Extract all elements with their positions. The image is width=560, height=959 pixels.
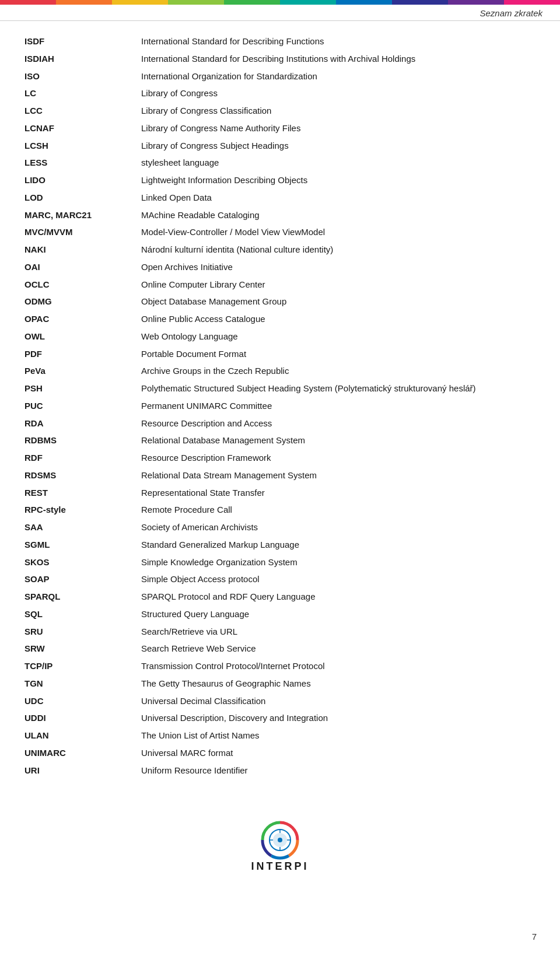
acronym-full-text: Standard Generalized Markup Language bbox=[140, 536, 537, 554]
acronym-abbreviation: SPARQL bbox=[23, 588, 140, 606]
footer: INTERPI bbox=[0, 820, 560, 884]
acronym-full-text: Model-View-Controller / Model View ViewM… bbox=[140, 223, 537, 241]
interpi-logo bbox=[260, 820, 300, 860]
acronym-abbreviation: RDBMS bbox=[23, 432, 140, 449]
table-row: LCLibrary of Congress bbox=[23, 85, 537, 102]
acronym-abbreviation: MVC/MVVM bbox=[23, 223, 140, 241]
acronym-abbreviation: SRU bbox=[23, 623, 140, 640]
table-row: URIUniform Resource Identifier bbox=[23, 762, 537, 779]
acronym-abbreviation: SQL bbox=[23, 606, 140, 623]
acronym-abbreviation: URI bbox=[23, 762, 140, 779]
table-row: LCCLibrary of Congress Classification bbox=[23, 102, 537, 120]
table-row: PSHPolythematic Structured Subject Headi… bbox=[23, 380, 537, 397]
acronym-abbreviation: MARC, MARC21 bbox=[23, 206, 140, 224]
acronym-abbreviation: RDF bbox=[23, 449, 140, 467]
acronym-abbreviation: UDDI bbox=[23, 709, 140, 727]
acronym-abbreviation: ISDIAH bbox=[23, 50, 140, 68]
acronym-full-text: Society of American Archivists bbox=[140, 519, 537, 536]
table-row: SGMLStandard Generalized Markup Language bbox=[23, 536, 537, 554]
color-bar-segment bbox=[224, 0, 280, 5]
table-row: LODLinked Open Data bbox=[23, 189, 537, 206]
table-row: PDFPortable Document Format bbox=[23, 345, 537, 363]
color-bar-segment bbox=[0, 0, 56, 5]
table-row: NAKINárodní kulturní identita (National … bbox=[23, 241, 537, 258]
table-row: SAASociety of American Archivists bbox=[23, 519, 537, 536]
acronym-abbreviation: LCC bbox=[23, 102, 140, 120]
acronym-abbreviation: ISDF bbox=[23, 33, 140, 50]
acronym-full-text: International Standard for Describing Fu… bbox=[140, 33, 537, 50]
acronym-full-text: Portable Document Format bbox=[140, 345, 537, 363]
acronym-abbreviation: OPAC bbox=[23, 310, 140, 328]
acronym-abbreviation: UNIMARC bbox=[23, 744, 140, 762]
table-row: UDDIUniversal Description, Discovery and… bbox=[23, 709, 537, 727]
acronym-abbreviation: TCP/IP bbox=[23, 657, 140, 675]
acronym-abbreviation: LC bbox=[23, 85, 140, 102]
acronym-full-text: International Organization for Standardi… bbox=[140, 68, 537, 85]
main-content: ISDFInternational Standard for Describin… bbox=[0, 21, 560, 802]
acronym-full-text: Simple Object Access protocol bbox=[140, 570, 537, 588]
acronym-full-text: Národní kulturní identita (National cult… bbox=[140, 241, 537, 258]
acronym-full-text: Universal Decimal Classification bbox=[140, 692, 537, 710]
acronym-full-text: Uniform Resource Identifier bbox=[140, 762, 537, 779]
color-bar-segment bbox=[336, 0, 392, 5]
acronym-full-text: MAchine Readable Cataloging bbox=[140, 206, 537, 224]
table-row: MVC/MVVMModel-View-Controller / Model Vi… bbox=[23, 223, 537, 241]
acronym-full-text: Linked Open Data bbox=[140, 189, 537, 206]
table-row: TGNThe Getty Thesaurus of Geographic Nam… bbox=[23, 675, 537, 692]
acronym-full-text: Resource Description Framework bbox=[140, 449, 537, 467]
table-row: RDFResource Description Framework bbox=[23, 449, 537, 467]
acronym-abbreviation: ODMG bbox=[23, 293, 140, 310]
acronym-full-text: Representational State Transfer bbox=[140, 484, 537, 502]
table-row: OPACOnline Public Access Catalogue bbox=[23, 310, 537, 328]
acronym-full-text: Transmission Control Protocol/Internet P… bbox=[140, 657, 537, 675]
table-row: LCNAFLibrary of Congress Name Authority … bbox=[23, 120, 537, 137]
table-row: LCSHLibrary of Congress Subject Headings bbox=[23, 137, 537, 155]
svg-point-3 bbox=[278, 838, 282, 842]
acronym-full-text: Permanent UNIMARC Committee bbox=[140, 397, 537, 415]
acronym-abbreviation: ISO bbox=[23, 68, 140, 85]
acronym-abbreviation: PUC bbox=[23, 397, 140, 415]
acronym-abbreviation: NAKI bbox=[23, 241, 140, 258]
acronym-abbreviation: SOAP bbox=[23, 570, 140, 588]
page-header: Seznam zkratek bbox=[0, 5, 560, 21]
acronym-abbreviation: OCLC bbox=[23, 276, 140, 293]
table-row: TCP/IPTransmission Control Protocol/Inte… bbox=[23, 657, 537, 675]
acronym-abbreviation: RPC-style bbox=[23, 501, 140, 519]
acronym-full-text: Polythematic Structured Subject Heading … bbox=[140, 380, 537, 397]
table-row: RDSMSRelational Data Stream Management S… bbox=[23, 467, 537, 484]
table-row: LIDOLightweight Information Describing O… bbox=[23, 172, 537, 189]
acronym-abbreviation: RDSMS bbox=[23, 467, 140, 484]
acronym-abbreviation: SKOS bbox=[23, 554, 140, 571]
acronym-full-text: SPARQL Protocol and RDF Query Language bbox=[140, 588, 537, 606]
acronym-full-text: Library of Congress Classification bbox=[140, 102, 537, 120]
table-row: RDBMSRelational Database Management Syst… bbox=[23, 432, 537, 449]
acronym-abbreviation: PDF bbox=[23, 345, 140, 363]
acronym-abbreviation: SRW bbox=[23, 640, 140, 657]
table-row: SRUSearch/Retrieve via URL bbox=[23, 623, 537, 640]
table-row: RPC-styleRemote Procedure Call bbox=[23, 501, 537, 519]
table-row: OAIOpen Archives Initiative bbox=[23, 258, 537, 276]
acronym-full-text: International Standard for Describing In… bbox=[140, 50, 537, 68]
color-bar-segment bbox=[392, 0, 448, 5]
acronym-abbreviation: PSH bbox=[23, 380, 140, 397]
acronym-full-text: Lightweight Information Describing Objec… bbox=[140, 172, 537, 189]
acronym-full-text: Open Archives Initiative bbox=[140, 258, 537, 276]
acronym-abbreviation: TGN bbox=[23, 675, 140, 692]
table-row: MARC, MARC21MAchine Readable Cataloging bbox=[23, 206, 537, 224]
table-row: UNIMARCUniversal MARC format bbox=[23, 744, 537, 762]
table-row: RESTRepresentational State Transfer bbox=[23, 484, 537, 502]
logo-text: INTERPI bbox=[251, 860, 309, 873]
acronym-full-text: Universal Description, Discovery and Int… bbox=[140, 709, 537, 727]
table-row: LESSstylesheet language bbox=[23, 154, 537, 172]
acronym-full-text: Archive Groups in the Czech Republic bbox=[140, 362, 537, 380]
page-number: 7 bbox=[532, 932, 537, 942]
table-row: SOAPSimple Object Access protocol bbox=[23, 570, 537, 588]
acronym-full-text: Search/Retrieve via URL bbox=[140, 623, 537, 640]
acronym-abbreviation: ULAN bbox=[23, 727, 140, 744]
acronym-full-text: The Getty Thesaurus of Geographic Names bbox=[140, 675, 537, 692]
acronym-abbreviation: OWL bbox=[23, 328, 140, 345]
acronym-full-text: Web Ontology Language bbox=[140, 328, 537, 345]
table-row: OCLCOnline Computer Library Center bbox=[23, 276, 537, 293]
acronym-full-text: Library of Congress bbox=[140, 85, 537, 102]
acronym-full-text: Relational Data Stream Management System bbox=[140, 467, 537, 484]
